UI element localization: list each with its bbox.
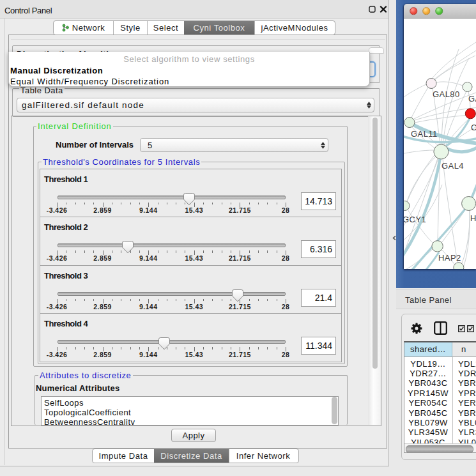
svg-text:GCY1: GCY1 [404, 215, 426, 224]
svg-text:GAL4: GAL4 [441, 161, 464, 171]
svg-text:HAP2: HAP2 [438, 253, 461, 263]
svg-text:CR: CR [471, 123, 476, 132]
svg-text:GA: GA [468, 94, 476, 104]
svg-text:HA: HA [470, 213, 476, 223]
svg-text:GAL11: GAL11 [411, 129, 438, 139]
svg-text:GAL80: GAL80 [433, 89, 460, 99]
